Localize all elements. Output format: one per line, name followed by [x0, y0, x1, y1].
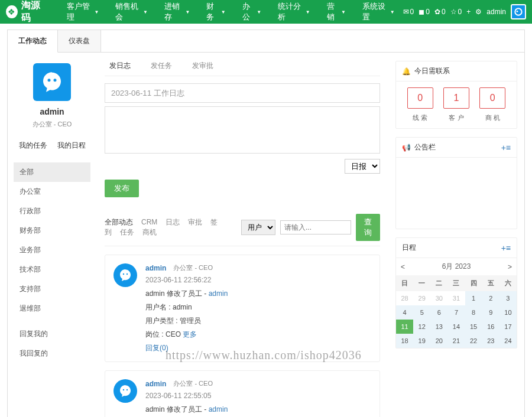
cal-day[interactable]: 31 — [447, 291, 465, 305]
main-content: 发日志发任务发审批 日报 发布 全部动态CRM日志审批签到任务商机 用户 查询 … — [96, 53, 388, 417]
cal-day[interactable]: 30 — [430, 291, 447, 305]
cal-day[interactable]: 20 — [430, 334, 447, 348]
cal-day[interactable]: 21 — [447, 334, 465, 348]
cal-day[interactable]: 23 — [482, 334, 499, 348]
cal-day[interactable]: 14 — [447, 320, 465, 334]
cal-day[interactable]: 19 — [413, 334, 430, 348]
cal-day[interactable]: 10 — [499, 305, 517, 320]
cal-day[interactable]: 4 — [396, 305, 413, 320]
cal-dow: 四 — [465, 275, 482, 291]
cal-day[interactable]: 11 — [396, 320, 413, 334]
sidebar-item-2[interactable]: 行政部 — [14, 201, 90, 221]
cal-next-button[interactable]: > — [508, 263, 512, 271]
cal-day[interactable]: 16 — [482, 320, 499, 334]
gear-icon[interactable]: ⚙ — [475, 8, 482, 16]
feed-action: admin 修改了员工 - admin — [145, 405, 371, 415]
cal-day[interactable]: 24 — [499, 334, 517, 348]
cal-day[interactable]: 17 — [499, 320, 517, 334]
sidebar-item-1[interactable]: 办公室 — [14, 182, 90, 201]
topnav-item-0[interactable]: 客户管理 ▼ — [59, 0, 108, 24]
schedule-add-button[interactable]: +≡ — [501, 243, 511, 253]
sidebar-item-7[interactable]: 退维部 — [14, 299, 90, 318]
cal-day[interactable]: 8 — [465, 305, 482, 320]
left-sidebar: admin 办公室 - CEO 我的任务 我的日程 全部办公室行政部财务部业务部… — [8, 53, 96, 417]
brand-text: 淘源码 — [21, 0, 47, 24]
link-my-schedule[interactable]: 我的日程 — [57, 141, 86, 151]
sidebar-item-6[interactable]: 支持部 — [14, 279, 90, 299]
topnav-item-1[interactable]: 销售机会 ▼ — [107, 0, 156, 24]
log-type-select[interactable]: 日报 — [345, 159, 380, 174]
publish-tab-0[interactable]: 发日志 — [109, 61, 131, 71]
bell-icon: 🔔 — [402, 67, 411, 76]
log-title-input[interactable] — [105, 83, 380, 103]
link-my-tasks[interactable]: 我的任务 — [19, 141, 47, 151]
filter-search-input[interactable] — [280, 220, 351, 234]
topnav-item-5[interactable]: 统计分析 ▼ — [270, 0, 319, 24]
cal-day[interactable]: 1 — [465, 291, 482, 305]
cal-day[interactable]: 9 — [482, 305, 499, 320]
cal-day[interactable]: 29 — [413, 291, 430, 305]
filter-0[interactable]: 全部动态 — [105, 218, 133, 226]
filter-2[interactable]: 日志 — [166, 218, 180, 226]
cal-day[interactable]: 7 — [447, 305, 465, 320]
feed-reply-button[interactable]: 回复(0) — [145, 343, 371, 353]
mail-icon[interactable]: ✉ 0 — [403, 8, 414, 16]
feed-user-link[interactable]: admin — [145, 380, 166, 388]
sidebar-item-4[interactable]: 业务部 — [14, 240, 90, 260]
topnav-item-6[interactable]: 营销 ▼ — [319, 0, 354, 24]
gear-small-icon[interactable]: ✿ 0 — [434, 8, 446, 16]
cal-day[interactable]: 6 — [430, 305, 447, 320]
bookmark-icon[interactable]: ◼ 0 — [419, 8, 430, 16]
topnav-item-7[interactable]: 系统设置 ▼ — [354, 0, 403, 24]
notice-add-button[interactable]: +≡ — [501, 143, 511, 152]
stat-box-1[interactable]: 1 — [443, 87, 469, 109]
cal-day[interactable]: 2 — [482, 291, 499, 305]
cal-day[interactable]: 5 — [413, 305, 430, 320]
filter-1[interactable]: CRM — [141, 218, 157, 226]
cal-day[interactable]: 28 — [396, 291, 413, 305]
cal-day[interactable]: 15 — [465, 320, 482, 334]
feed-more-link[interactable]: 更多 — [183, 330, 197, 338]
topbar-right: ✉ 0 ◼ 0 ✿ 0 ☆ 0 + ⚙ admin — [403, 4, 526, 19]
outer-tab-0[interactable]: 工作动态 — [8, 30, 58, 53]
publish-tab-2[interactable]: 发审批 — [192, 61, 213, 71]
cal-prev-button[interactable]: < — [401, 263, 405, 271]
query-button[interactable]: 查询 — [356, 214, 380, 241]
feed-user-link[interactable]: admin — [145, 264, 166, 272]
avatar-large — [33, 63, 71, 101]
feed-item: admin办公室 - CEO2023-06-11 22:55:05admin 修… — [105, 370, 380, 417]
filter-6[interactable]: 商机 — [142, 228, 157, 236]
filter-5[interactable]: 任务 — [120, 228, 134, 236]
cal-day[interactable]: 13 — [430, 320, 447, 334]
sidebar-bottom-0[interactable]: 回复我的 — [14, 324, 90, 344]
feed-target-link[interactable]: admin — [209, 405, 228, 413]
sidebar-item-5[interactable]: 技术部 — [14, 260, 90, 279]
sidebar-item-3[interactable]: 财务部 — [14, 221, 90, 240]
filter-3[interactable]: 审批 — [188, 218, 202, 226]
svg-point-7 — [123, 389, 124, 390]
calendar-table: 日一二三四五六 28293031123456789101112131415161… — [396, 275, 517, 348]
topnav-item-2[interactable]: 进销存 ▼ — [156, 0, 198, 24]
cal-dow: 二 — [430, 275, 447, 291]
feed-target-link[interactable]: admin — [209, 289, 228, 298]
log-body-textarea[interactable] — [105, 106, 380, 154]
avatar-small[interactable] — [511, 4, 526, 19]
publish-button[interactable]: 发布 — [105, 180, 139, 197]
brand-logo[interactable]: ❖ 淘源码 — [6, 0, 47, 24]
stat-box-2[interactable]: 0 — [479, 87, 505, 109]
cal-day[interactable]: 3 — [499, 291, 517, 305]
publish-tab-1[interactable]: 发任务 — [151, 61, 172, 71]
star-icon[interactable]: ☆ 0 — [450, 8, 462, 16]
filter-user-select[interactable]: 用户 — [241, 220, 275, 235]
cal-day[interactable]: 18 — [396, 334, 413, 348]
cal-day[interactable]: 12 — [413, 320, 430, 334]
topnav-item-3[interactable]: 财务 ▼ — [198, 0, 233, 24]
sidebar-bottom-1[interactable]: 我回复的 — [14, 344, 90, 363]
plus-icon[interactable]: + — [466, 8, 471, 16]
outer-tab-1[interactable]: 仪表盘 — [58, 30, 101, 52]
current-user-label[interactable]: admin — [486, 8, 506, 16]
topnav-item-4[interactable]: 办公 ▼ — [234, 0, 270, 24]
cal-day[interactable]: 22 — [465, 334, 482, 348]
stat-box-0[interactable]: 0 — [407, 87, 433, 109]
sidebar-item-0[interactable]: 全部 — [14, 162, 90, 182]
